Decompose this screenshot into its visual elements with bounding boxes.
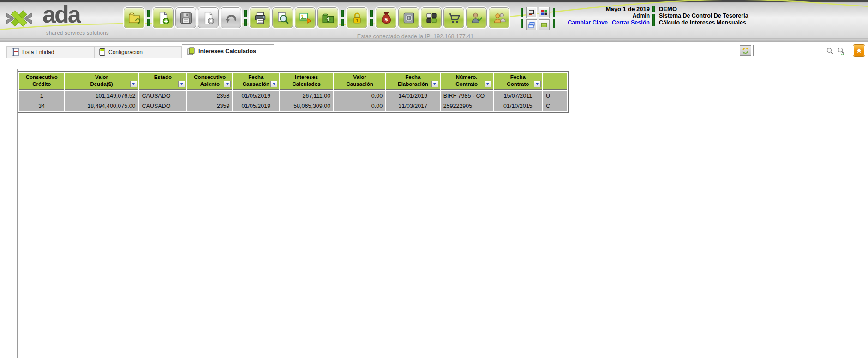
cell: CAUSADO <box>139 101 187 111</box>
header-label: Número. <box>442 74 491 81</box>
header-label: Crédito <box>21 81 63 88</box>
cell: 01/10/2015 <box>494 101 542 111</box>
open-button[interactable] <box>124 7 144 28</box>
tab-label: Lista Entidad <box>22 49 54 55</box>
app-window: ada shared services solutions $ Mayo 1 d… <box>0 0 868 358</box>
approvals-button[interactable] <box>466 7 487 28</box>
session-links: Cambiar ClaveCerrar Sesión <box>549 19 650 26</box>
filter-dropdown-valor-deuda[interactable] <box>130 81 137 87</box>
svg-text:$: $ <box>384 16 388 22</box>
page-icon <box>99 48 105 56</box>
cell: 58,065,309.00 <box>280 101 333 111</box>
table-row[interactable]: 1101,149,076.52CAUSADO235801/05/2019267,… <box>19 91 567 101</box>
format-button[interactable] <box>526 7 537 18</box>
interest-grid-container: ConsecutivoCréditoValorDeuda($)Estado Co… <box>18 71 569 113</box>
panel-button[interactable] <box>539 19 550 30</box>
refresh-icon <box>742 47 749 54</box>
cell: 267,111.00 <box>280 91 333 101</box>
content-left-border <box>1 42 1 358</box>
table-row[interactable]: 3418,494,400,075.00CAUSADO235901/05/2019… <box>19 101 567 111</box>
search-next-icon[interactable] <box>837 47 845 55</box>
filter-dropdown-estado[interactable] <box>178 81 185 87</box>
purchases-button[interactable] <box>443 7 464 28</box>
change-password-link[interactable]: Cambiar Clave <box>568 19 608 26</box>
header-label: Consecutivo <box>189 74 231 81</box>
toolbar-separator <box>243 7 248 28</box>
magnifier-document-icon <box>276 11 290 25</box>
chevron-down-icon <box>486 83 489 85</box>
header-label: Deuda($) <box>66 81 137 88</box>
users-button[interactable] <box>489 7 509 28</box>
header-label: Valor <box>66 74 137 81</box>
toolbar-separator <box>521 19 523 28</box>
header-label: Elaboración <box>388 81 438 88</box>
cell: 01/05/2019 <box>233 101 279 111</box>
export-button[interactable] <box>295 7 316 28</box>
print-button[interactable] <box>250 7 270 28</box>
tab-intereses-calculados[interactable]: Intereses Calculados <box>182 44 274 58</box>
header-label: Fecha <box>388 74 438 81</box>
modules-button[interactable] <box>421 7 442 28</box>
security-button[interactable] <box>347 7 367 28</box>
top-banner: ada shared services solutions $ Mayo 1 d… <box>0 0 868 42</box>
chevron-down-icon <box>433 83 436 85</box>
undo-button[interactable] <box>221 7 241 28</box>
safe-button[interactable] <box>398 7 419 28</box>
cell: CAUSADO <box>139 91 187 101</box>
search-box <box>753 45 848 56</box>
column-header-fecha-causacion: FechaCausación <box>233 73 279 90</box>
main-toolbar: $ <box>124 7 509 28</box>
cell: 259222905 <box>441 101 493 111</box>
padlock-icon <box>350 11 364 25</box>
treasury-button[interactable]: $ <box>376 7 396 28</box>
cell: 101,149,076.52 <box>65 91 138 101</box>
filter-dropdown-fecha-contrato[interactable] <box>534 81 541 87</box>
column-header-fecha-contrato: FechaContrato <box>494 73 542 90</box>
cascade-windows-icon <box>528 21 535 29</box>
filter-dropdown-consecutivo-asiento[interactable] <box>224 81 231 87</box>
app-logo: ada shared services solutions <box>4 2 124 39</box>
tab-lista-entidad[interactable]: Lista Entidad <box>6 46 94 58</box>
cell: BIRF 7985 - CO <box>441 91 493 101</box>
green-card-icon <box>540 21 548 29</box>
save-button[interactable] <box>175 7 196 28</box>
logout-link[interactable]: Cerrar Sesión <box>612 19 650 26</box>
favorites-button[interactable] <box>853 44 865 57</box>
new-button[interactable] <box>153 7 174 28</box>
module-name: Cálculo de Intereses Mensuales <box>659 19 748 26</box>
logo-text: ada <box>42 0 80 28</box>
preview-button[interactable] <box>272 7 293 28</box>
cell: 0.00 <box>334 101 385 111</box>
column-header-valor-causacion: ValorCausación <box>334 73 385 90</box>
search-input[interactable] <box>754 46 824 55</box>
filter-dropdown-numero-contrato[interactable] <box>485 81 491 87</box>
column-header-estado: Estado <box>139 73 187 90</box>
cell: 14/01/2019 <box>386 91 440 101</box>
column-header-valor-deuda: ValorDeuda($) <box>65 73 138 90</box>
header-row: ConsecutivoCréditoValorDeuda($)Estado Co… <box>19 73 567 90</box>
cell: 01/05/2019 <box>233 91 279 101</box>
filter-dropdown-fecha-elaboracion[interactable] <box>431 81 438 87</box>
banner-bottom-strip <box>0 38 868 42</box>
current-user: Admin <box>549 12 650 19</box>
import-button[interactable] <box>317 7 338 28</box>
search-icon[interactable] <box>826 47 834 55</box>
tab-configuracion[interactable]: Configuración <box>94 46 182 58</box>
chevron-down-icon <box>226 83 229 85</box>
toolbar-separator <box>521 8 523 17</box>
shopping-cart-icon <box>447 11 461 25</box>
color-grid-icon <box>540 9 548 16</box>
list-icon <box>12 48 19 56</box>
header-label: Calculados <box>281 81 332 88</box>
windows-button[interactable] <box>526 19 537 30</box>
cell: 1 <box>19 91 64 101</box>
folder-open-icon <box>127 11 141 25</box>
blocks-icon <box>425 11 438 25</box>
filter-dropdown-fecha-causacion[interactable] <box>270 81 277 87</box>
align-lines-icon <box>528 9 535 16</box>
refresh-button[interactable] <box>740 45 751 56</box>
appearance-button[interactable] <box>539 7 550 18</box>
delete-button[interactable] <box>198 7 219 28</box>
cell: 0.00 <box>334 91 385 101</box>
folder-upload-icon <box>321 11 335 25</box>
